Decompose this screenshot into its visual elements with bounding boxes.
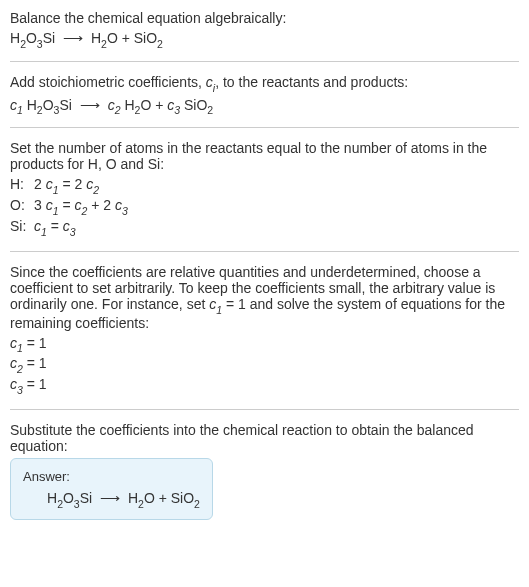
atoms-instruction: Set the number of atoms in the reactants… <box>10 140 519 172</box>
answer-label: Answer: <box>23 469 200 484</box>
atom-row-si: Si: c1 = c3 <box>10 218 519 237</box>
solution-c1: c1 = 1 <box>10 335 519 354</box>
species-h2o: H2O <box>128 490 155 506</box>
species-h2o: H2O <box>91 30 118 46</box>
atom-eq-si: c1 = c3 <box>34 218 76 237</box>
section-atoms: Set the number of atoms in the reactants… <box>10 140 519 251</box>
atom-row-h: H: 2 c1 = 2 c2 <box>10 176 519 195</box>
atom-eq-h: 2 c1 = 2 c2 <box>34 176 99 195</box>
plus: + <box>155 97 167 113</box>
answer-box: Answer: H2O3Si ⟶ H2O + SiO2 <box>10 458 213 520</box>
species-h2o3si: H2O3Si <box>10 30 55 46</box>
plus: + <box>159 490 171 506</box>
coeff-c2: c2 <box>108 97 121 113</box>
arrow-icon: ⟶ <box>63 30 83 46</box>
atom-row-o: O: 3 c1 = c2 + 2 c3 <box>10 197 519 216</box>
balance-instruction: Balance the chemical equation algebraica… <box>10 10 519 26</box>
coeff-solutions: c1 = 1 c2 = 1 c3 = 1 <box>10 335 519 395</box>
atom-label-si: Si: <box>10 218 34 237</box>
section-coefficients: Add stoichiometric coefficients, ci, to … <box>10 74 519 129</box>
atom-label-o: O: <box>10 197 34 216</box>
species-sio2: SiO2 <box>134 30 163 46</box>
section-answer: Substitute the coefficients into the che… <box>10 422 519 532</box>
species-h2o: H2O <box>124 97 151 113</box>
coeff-c1: c1 <box>10 97 23 113</box>
species-h2o3si: H2O3Si <box>27 97 72 113</box>
equation-unbalanced: H2O3Si ⟶ H2O + SiO2 <box>10 30 519 49</box>
coeff-instruction: Add stoichiometric coefficients, ci, to … <box>10 74 519 93</box>
atom-eq-o: 3 c1 = c2 + 2 c3 <box>34 197 128 216</box>
arrow-icon: ⟶ <box>100 490 120 506</box>
section-solve: Since the coefficients are relative quan… <box>10 264 519 410</box>
arrow-icon: ⟶ <box>80 97 100 113</box>
solve-instruction: Since the coefficients are relative quan… <box>10 264 519 331</box>
section-balance: Balance the chemical equation algebraica… <box>10 10 519 62</box>
species-h2o3si: H2O3Si <box>47 490 92 506</box>
atom-label-h: H: <box>10 176 34 195</box>
species-sio2: SiO2 <box>184 97 213 113</box>
solution-c3: c3 = 1 <box>10 376 519 395</box>
species-sio2: SiO2 <box>171 490 200 506</box>
solution-c2: c2 = 1 <box>10 355 519 374</box>
equation-coefficients: c1 H2O3Si ⟶ c2 H2O + c3 SiO2 <box>10 97 519 116</box>
answer-instruction: Substitute the coefficients into the che… <box>10 422 519 454</box>
coeff-c3: c3 <box>167 97 180 113</box>
equation-balanced: H2O3Si ⟶ H2O + SiO2 <box>47 490 200 509</box>
plus: + <box>122 30 134 46</box>
atom-table: H: 2 c1 = 2 c2 O: 3 c1 = c2 + 2 c3 Si: c… <box>10 176 519 236</box>
